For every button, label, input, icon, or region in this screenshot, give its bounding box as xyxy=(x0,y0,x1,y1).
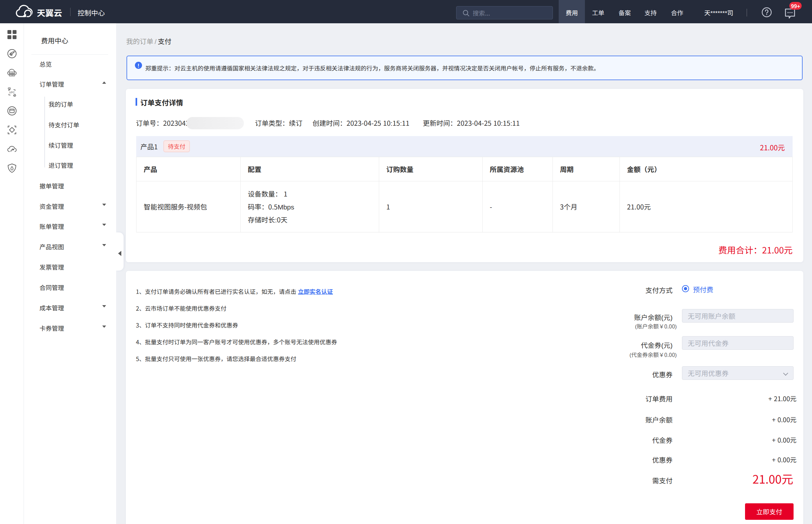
svg-text:VPC: VPC xyxy=(9,91,15,94)
